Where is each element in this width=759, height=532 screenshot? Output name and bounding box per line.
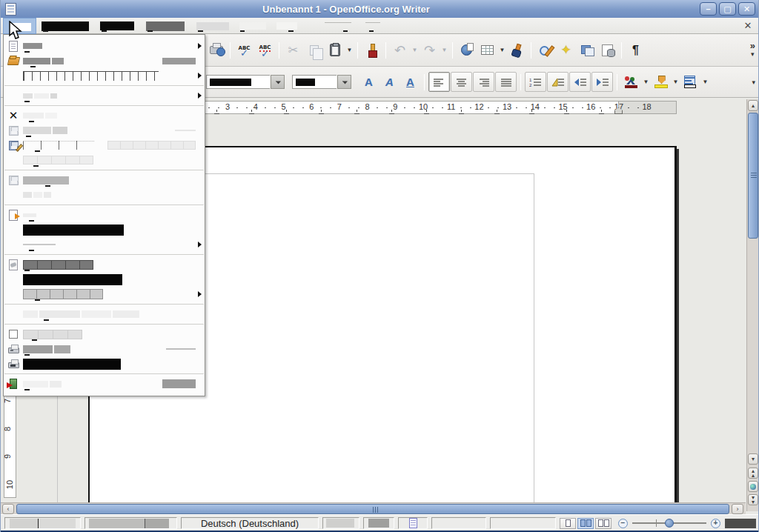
- menu-item-reload[interactable]: [4, 173, 205, 187]
- menu-item-send[interactable]: [4, 237, 205, 252]
- menubar-item-view[interactable]: [96, 18, 139, 34]
- dropdown-arrow-icon[interactable]: ▼: [345, 41, 354, 60]
- data-sources-button[interactable]: [597, 39, 617, 61]
- previous-page-button[interactable]: ▴▴: [748, 468, 758, 479]
- scroll-right-button[interactable]: ›: [732, 504, 743, 514]
- italic-button[interactable]: A: [380, 71, 400, 93]
- menu-item-web-preview[interactable]: [4, 307, 205, 322]
- dropdown-arrow-icon[interactable]: ▼: [642, 73, 650, 92]
- highlighting-button[interactable]: [651, 71, 671, 93]
- statusbar-info[interactable]: [490, 517, 556, 529]
- close-button[interactable]: ✕: [738, 2, 755, 16]
- cut-dis-button[interactable]: ✂: [283, 39, 303, 61]
- copy-dis-button[interactable]: [304, 39, 324, 61]
- combo-dropdown-button[interactable]: [337, 75, 351, 89]
- titlebar[interactable]: Unbenannt 1 - OpenOffice.org Writer –▢✕: [1, 0, 758, 18]
- dec-indent-button[interactable]: [569, 72, 591, 92]
- statusbar-selection-mode[interactable]: [363, 517, 394, 529]
- combo-dropdown-button[interactable]: [271, 75, 285, 89]
- gallery-button[interactable]: [577, 39, 597, 61]
- paste-button[interactable]: [325, 39, 345, 61]
- vertical-scroll-thumb[interactable]: [748, 113, 758, 239]
- menu-item-close[interactable]: ✕: [4, 108, 205, 123]
- scroll-up-button[interactable]: ▴: [748, 100, 758, 111]
- menubar-item-format[interactable]: [192, 18, 233, 34]
- book-view-button[interactable]: [595, 518, 611, 529]
- statusbar-insert-mode[interactable]: [322, 517, 359, 529]
- table-button[interactable]: [477, 39, 497, 61]
- zoom-percent[interactable]: [724, 517, 757, 529]
- align-justify-button[interactable]: [495, 72, 517, 92]
- format-paintbrush-button[interactable]: [362, 39, 382, 61]
- menubar-item-window[interactable]: [319, 18, 355, 34]
- menu-item-save-as[interactable]: [4, 138, 205, 153]
- menubar-item-tools[interactable]: [274, 18, 303, 34]
- spellcheck-button[interactable]: ABC✓: [234, 39, 254, 61]
- minimize-button[interactable]: –: [700, 2, 717, 16]
- numbering-button[interactable]: 12: [525, 72, 546, 92]
- menu-item-recent-documents[interactable]: [4, 68, 205, 83]
- zoom-out-button[interactable]: −: [618, 519, 628, 528]
- menu-item-save-all[interactable]: [4, 153, 205, 167]
- dropdown-arrow-icon[interactable]: ▼: [701, 73, 709, 92]
- vertical-scrollbar[interactable]: ▴ ▾ ▴▴ ▾▾: [746, 99, 759, 511]
- menu-item-export-pdf[interactable]: [4, 222, 205, 237]
- close-document-icon[interactable]: ✕: [742, 19, 754, 31]
- dropdown-arrow-icon[interactable]: ▼: [672, 73, 680, 92]
- bullets-button[interactable]: [547, 72, 569, 92]
- toolbar-overflow[interactable]: » ▾: [750, 41, 755, 58]
- overflow-more-icon[interactable]: »: [750, 41, 755, 50]
- horizontal-scrollbar[interactable]: ‹ ›: [1, 502, 746, 514]
- menu-item-digital-signatures[interactable]: [4, 272, 205, 287]
- navigation-button[interactable]: [748, 481, 758, 492]
- align-left-button[interactable]: [428, 72, 450, 92]
- zoom-in-button[interactable]: +: [711, 519, 720, 528]
- statusbar-signature[interactable]: [431, 517, 486, 529]
- dropdown-arrow-icon[interactable]: ▼: [440, 41, 448, 60]
- font-size-input[interactable]: [292, 75, 337, 89]
- zoom-slider-handle[interactable]: [665, 519, 674, 528]
- align-right-button[interactable]: [473, 72, 494, 92]
- menu-item-versions[interactable]: [4, 187, 205, 202]
- inc-indent-button[interactable]: [591, 72, 613, 92]
- next-page-button[interactable]: ▾▾: [748, 494, 758, 505]
- dropdown-arrow-icon[interactable]: ▼: [411, 41, 419, 60]
- font-color-button[interactable]: [621, 71, 641, 93]
- page-preview-button[interactable]: [206, 39, 226, 61]
- horizontal-scroll-thumb[interactable]: [16, 504, 729, 514]
- single-page-view-button[interactable]: [560, 518, 576, 529]
- menu-item-wizards[interactable]: [4, 88, 205, 103]
- dropdown-arrow-icon[interactable]: ▼: [498, 41, 506, 60]
- toolbar-overflow-2[interactable]: ▾: [752, 79, 755, 86]
- statusbar-language[interactable]: Deutsch (Deutschland): [181, 517, 319, 529]
- menubar-item-table[interactable]: [236, 18, 271, 34]
- bold-button[interactable]: A: [359, 71, 379, 93]
- redo-dis-button[interactable]: ↷: [420, 39, 440, 61]
- background-color-button[interactable]: [680, 71, 700, 93]
- overflow-down-icon[interactable]: ▾: [752, 79, 755, 86]
- formatting-marks-button[interactable]: ¶: [626, 39, 646, 61]
- menu-item-print[interactable]: [4, 342, 205, 356]
- auto-spellcheck-button[interactable]: ABC✓: [255, 39, 275, 61]
- draw-functions-button[interactable]: [507, 39, 527, 61]
- menu-item-templates[interactable]: [4, 287, 205, 302]
- statusbar-page-style[interactable]: [84, 517, 177, 529]
- statusbar-page-number[interactable]: [4, 517, 81, 529]
- scroll-down-button[interactable]: ▾: [748, 453, 758, 465]
- zoom-slider-track[interactable]: [632, 522, 706, 524]
- navigator-button[interactable]: ✦: [556, 39, 576, 61]
- align-center-button[interactable]: [451, 72, 472, 92]
- overflow-down-icon[interactable]: ▾: [751, 50, 755, 58]
- menu-item-export[interactable]: [4, 207, 205, 222]
- scroll-left-button[interactable]: ‹: [2, 504, 14, 514]
- menubar-item-insert[interactable]: [142, 18, 189, 34]
- statusbar-document-modified[interactable]: [398, 517, 428, 529]
- menubar-item-help[interactable]: [361, 18, 383, 34]
- font-name-input[interactable]: [206, 75, 270, 89]
- multi-page-view-button[interactable]: [577, 518, 594, 529]
- menu-item-properties[interactable]: [4, 257, 205, 272]
- find-replace-button[interactable]: [535, 39, 555, 61]
- menu-item-printer-settings[interactable]: [4, 356, 205, 371]
- menu-item-new[interactable]: [4, 39, 205, 53]
- undo-dis-button[interactable]: ↶: [390, 39, 410, 61]
